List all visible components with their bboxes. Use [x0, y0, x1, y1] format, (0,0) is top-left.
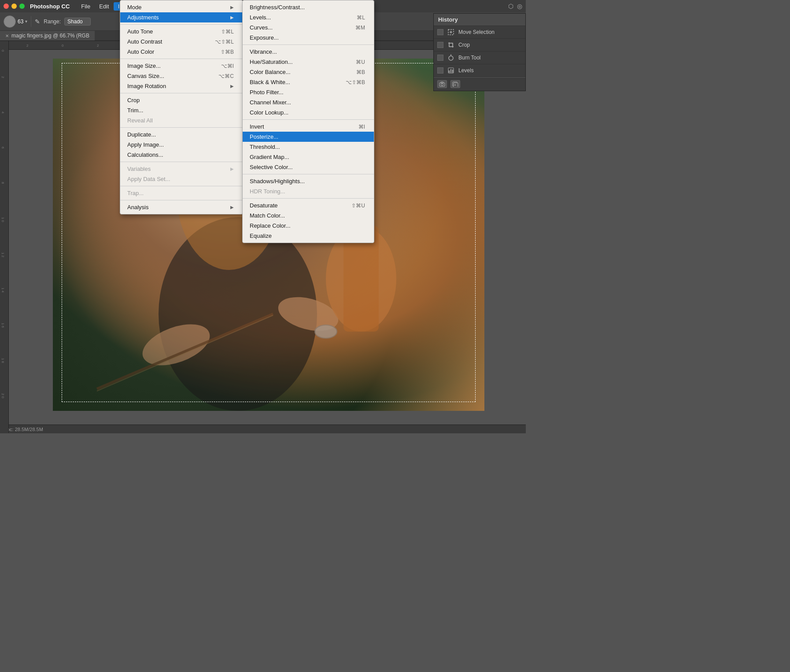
adj-gradient-map[interactable]: Gradient Map...	[243, 152, 374, 162]
menu-item-auto-tone[interactable]: Auto Tone ⇧⌘L	[120, 26, 243, 37]
adj-shadows-highlights[interactable]: Shadows/Highlights...	[243, 176, 374, 186]
brush-preview[interactable]	[4, 15, 16, 28]
levels-icon	[447, 66, 455, 74]
menu-file[interactable]: File	[77, 2, 95, 11]
adj-hue-saturation[interactable]: Hue/Saturation... ⌘U	[243, 57, 374, 67]
history-checkbox-move[interactable]	[437, 29, 443, 35]
minimize-button[interactable]	[11, 4, 17, 9]
document-tab[interactable]: ✕ magic fingers.jpg @ 66.7% (RGB	[0, 31, 95, 41]
adj-levels[interactable]: Levels... ⌘L	[243, 12, 374, 22]
adj-selective-color[interactable]: Selective Color...	[243, 162, 374, 172]
history-checkbox-burn[interactable]	[437, 55, 443, 61]
history-checkbox-levels[interactable]	[437, 67, 443, 74]
adj-color-lookup[interactable]: Color Lookup...	[243, 107, 374, 118]
menu-item-auto-contrast[interactable]: Auto Contrast ⌥⇧⌘L	[120, 37, 243, 47]
menu-item-trim[interactable]: Trim...	[120, 105, 243, 115]
history-footer	[434, 77, 525, 91]
app-name: Photoshop CC	[30, 3, 70, 10]
menu-item-apply-image[interactable]: Apply Image...	[120, 140, 243, 150]
svg-point-18	[441, 84, 443, 86]
svg-rect-10	[449, 43, 453, 47]
menu-item-calculations[interactable]: Calculations...	[120, 150, 243, 160]
adj-sep-2	[243, 119, 374, 120]
brush-size-value: 63	[18, 18, 23, 25]
cc-icon: ◎	[517, 3, 522, 10]
burn-icon: ✎	[35, 18, 40, 25]
history-new-doc-btn[interactable]	[450, 80, 460, 88]
close-button[interactable]	[4, 4, 9, 9]
maximize-button[interactable]	[19, 4, 25, 9]
adj-photo-filter[interactable]: Photo Filter...	[243, 87, 374, 97]
history-label-crop: Crop	[458, 42, 470, 48]
adj-sep-4	[243, 198, 374, 199]
history-label-burn-tool: Burn Tool	[458, 55, 480, 61]
traffic-lights	[4, 4, 25, 9]
menu-item-mode[interactable]: Mode ▶	[120, 2, 243, 12]
adj-replace-color[interactable]: Replace Color...	[243, 221, 374, 231]
adj-color-balance[interactable]: Color Balance... ⌘B	[243, 67, 374, 77]
svg-rect-15	[452, 70, 453, 73]
adj-brightness-contrast[interactable]: Brightness/Contrast...	[243, 2, 374, 12]
adj-black-white[interactable]: Black & White... ⌥⇧⌘B	[243, 77, 374, 87]
history-label-move-selection: Move Selection	[458, 29, 495, 35]
doc-title: magic fingers.jpg @ 66.7% (RGB	[11, 33, 89, 39]
menu-item-adjustments[interactable]: Adjustments ▶	[120, 12, 243, 22]
adj-sep-1	[243, 44, 374, 45]
history-snapshot-btn[interactable]	[437, 80, 447, 88]
history-panel: History Move Selection Crop	[433, 13, 526, 91]
adj-exposure[interactable]: Exposure...	[243, 33, 374, 43]
menu-item-analysis[interactable]: Analysis ▶	[120, 202, 243, 212]
adj-equalize[interactable]: Equalize	[243, 231, 374, 241]
adj-threshold[interactable]: Threshold...	[243, 142, 374, 152]
adj-vibrance[interactable]: Vibrance...	[243, 47, 374, 57]
separator-1	[120, 24, 243, 25]
adj-posterize[interactable]: Posterize...	[243, 132, 374, 142]
separator-5	[120, 162, 243, 162]
adj-invert[interactable]: Invert ⌘I	[243, 122, 374, 132]
dropbox-icon: ⬡	[508, 3, 513, 10]
history-item-levels[interactable]: Levels	[434, 64, 525, 77]
rotation-arrow: ▶	[230, 84, 234, 89]
variables-arrow: ▶	[230, 166, 234, 171]
status-bar: Doc: 28.5M/28.5M	[0, 425, 526, 433]
doc-close-icon[interactable]: ✕	[5, 33, 9, 38]
menu-item-trap: Trap...	[120, 188, 243, 198]
adj-channel-mixer[interactable]: Channel Mixer...	[243, 97, 374, 107]
separator-6	[120, 186, 243, 186]
menu-item-auto-color[interactable]: Auto Color ⇧⌘B	[120, 47, 243, 57]
adj-curves[interactable]: Curves... ⌘M	[243, 22, 374, 33]
status-text: Doc: 28.5M/28.5M	[4, 427, 43, 432]
brush-tool: 63 ▾	[4, 15, 27, 28]
history-item-burn-tool[interactable]: Burn Tool	[434, 52, 525, 64]
menu-item-canvas-size[interactable]: Canvas Size... ⌥⌘C	[120, 71, 243, 81]
menu-item-apply-data-set: Apply Data Set...	[120, 174, 243, 184]
separator-7	[120, 200, 243, 200]
adjustments-submenu: Brightness/Contrast... Levels... ⌘L Curv…	[242, 0, 374, 243]
svg-point-11	[449, 56, 453, 60]
adj-match-color[interactable]: Match Color...	[243, 210, 374, 221]
history-item-crop[interactable]: Crop	[434, 39, 525, 52]
range-label: Range:	[44, 18, 61, 25]
move-selection-icon	[447, 28, 455, 36]
svg-rect-13	[449, 70, 450, 73]
menu-edit[interactable]: Edit	[95, 2, 113, 11]
history-item-move-selection[interactable]: Move Selection	[434, 26, 525, 39]
analysis-arrow: ▶	[230, 205, 234, 210]
menu-item-image-rotation[interactable]: Image Rotation ▶	[120, 81, 243, 91]
adj-hdr-toning: HDR Toning...	[243, 186, 374, 196]
menu-item-variables: Variables ▶	[120, 164, 243, 174]
brush-dropdown-icon[interactable]: ▾	[25, 19, 27, 24]
svg-rect-14	[450, 69, 451, 73]
separator-4	[120, 127, 243, 128]
menu-item-crop[interactable]: Crop	[120, 95, 243, 105]
history-label-levels: Levels	[458, 67, 474, 74]
range-input[interactable]: Shado	[64, 18, 91, 26]
crop-icon	[447, 41, 455, 49]
history-checkbox-crop[interactable]	[437, 42, 443, 48]
separator-3	[120, 93, 243, 93]
menubar-icons: ⬡ ◎	[508, 3, 522, 10]
separator-2	[120, 59, 243, 59]
adj-desaturate[interactable]: Desaturate ⇧⌘U	[243, 200, 374, 210]
menu-item-image-size[interactable]: Image Size... ⌥⌘I	[120, 61, 243, 71]
menu-item-duplicate[interactable]: Duplicate...	[120, 129, 243, 140]
